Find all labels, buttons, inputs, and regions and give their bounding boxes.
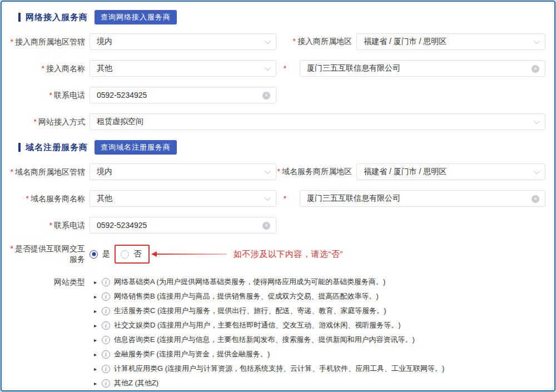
- clear-input-icon[interactable]: ✕: [262, 222, 270, 230]
- domain-provider-custom-name-input[interactable]: [307, 194, 528, 203]
- required-asterisk: *: [49, 221, 52, 230]
- radio-unselected-icon: [121, 250, 129, 259]
- section-header-domain-registrar: 域名注册服务商 查询域名注册服务商: [18, 140, 545, 155]
- domain-phone-input[interactable]: [97, 221, 259, 230]
- info-icon[interactable]: i: [102, 307, 110, 315]
- domain-provider-custom-required: *: [276, 193, 295, 204]
- arrow-line: [157, 254, 227, 255]
- website-type-item-D[interactable]: ▸ i 社交文娱类D (连接用户与用户，主要包括即时通信、交友互动、游戏休闲、视…: [94, 318, 444, 333]
- website-type-item-A[interactable]: ▸ i 网络基础类A (为用户提供网络基础类服务，使得网络应用成为可能的基础类服…: [94, 275, 444, 289]
- row-website-types: 网站类型 ▸ i 网络基础类A (为用户提供网络基础类服务，使得网络应用成为可能…: [3, 275, 545, 390]
- required-asterisk: *: [11, 244, 13, 253]
- no-option-highlight-box: 否: [115, 245, 150, 264]
- domain-region-label: *域名服务商所属地区: [276, 167, 352, 177]
- row-access-jurisdiction-region: *接入商所属地区管辖 境内 *接入商所属地区 福建省 / 厦门市 / 思明区: [3, 33, 545, 50]
- required-asterisk: *: [11, 37, 13, 46]
- interactive-yes-radio[interactable]: 是: [90, 249, 110, 259]
- access-provider-name-select[interactable]: 其他: [90, 60, 276, 77]
- row-access-provider-name: *接入商名称 其他 * ✕: [3, 60, 545, 77]
- website-type-label: 网站类型: [3, 275, 85, 287]
- domain-region-select[interactable]: 福建省 / 厦门市 / 思明区: [356, 163, 545, 180]
- chevron-down-icon: [265, 168, 271, 174]
- access-region-label: *接入商所属地区: [276, 37, 352, 47]
- access-provider-custom-name-input[interactable]: [307, 64, 528, 73]
- access-provider-custom-required: *: [276, 63, 295, 73]
- website-type-item-G[interactable]: ▸ i 计算机应用类G (连接用户与计算资源，包括系统支持、云计算、手机软件、应…: [94, 361, 444, 376]
- section-title-access-provider: 网络接入服务商: [26, 12, 88, 23]
- row-domain-jurisdiction-region: *域名商所属地区管辖 境内 *域名服务商所属地区 福建省 / 厦门市 / 思明区: [3, 163, 545, 180]
- section-header-access-provider: 网络接入服务商 查询网络接入服务商: [18, 10, 545, 24]
- form-container: 网络接入服务商 查询网络接入服务商 *接入商所属地区管辖 境内 *接入商所属地区…: [1, 1, 555, 391]
- website-type-item-B[interactable]: ▸ i 网络销售类B (连接用户与商品，提供销售服务、促成双方交易、提高匹配效率…: [94, 289, 444, 304]
- expand-triangle-icon[interactable]: ▸: [94, 294, 102, 300]
- access-phone-input[interactable]: [97, 91, 259, 100]
- required-asterisk: *: [11, 167, 13, 176]
- domain-provider-name-label: *域名服务商名称: [3, 193, 85, 204]
- interactive-service-label: *是否提供互联网交互服务: [3, 244, 85, 265]
- annotation-text: 如不涉及以下内容，请选“否”: [234, 249, 343, 260]
- icp-filing-form-page: 网络接入服务商 查询网络接入服务商 *接入商所属地区管辖 境内 *接入商所属地区…: [0, 0, 556, 392]
- website-type-item-F[interactable]: ▸ i 金融服务类F (连接用户与资金，提供金融服务。): [94, 347, 444, 361]
- radio-selected-icon: [90, 250, 98, 259]
- required-asterisk: *: [293, 37, 296, 46]
- clear-input-icon[interactable]: ✕: [262, 92, 270, 100]
- access-phone-field: ✕: [90, 87, 276, 103]
- website-type-list: ▸ i 网络基础类A (为用户提供网络基础类服务，使得网络应用成为可能的基础类服…: [94, 275, 444, 390]
- row-access-mode: *网站接入方式 租赁虚拟空间: [3, 113, 545, 130]
- required-asterisk: *: [42, 64, 44, 73]
- access-region-select[interactable]: 福建省 / 厦门市 / 思明区: [356, 33, 545, 50]
- access-mode-select[interactable]: 租赁虚拟空间: [90, 113, 545, 130]
- domain-provider-name-select[interactable]: 其他: [90, 190, 276, 207]
- interactive-no-radio[interactable]: 否: [121, 249, 141, 259]
- website-type-item-E[interactable]: ▸ i 信息咨询类E (连接用户与信息，主要包括新闻发布、搜索服务、提供新闻和用…: [94, 333, 444, 347]
- query-access-provider-button[interactable]: 查询网络接入服务商: [95, 10, 177, 24]
- access-provider-name-label: *接入商名称: [3, 63, 85, 74]
- info-icon[interactable]: i: [102, 321, 110, 330]
- section-title-domain-registrar: 域名注册服务商: [26, 142, 88, 153]
- arrow-head-icon: [151, 251, 157, 257]
- expand-triangle-icon[interactable]: ▸: [94, 322, 102, 329]
- domain-provider-custom-name-field: ✕: [300, 190, 545, 207]
- access-phone-label: *联系电话: [3, 90, 85, 101]
- expand-triangle-icon[interactable]: ▸: [94, 337, 102, 343]
- expand-triangle-icon[interactable]: ▸: [94, 308, 102, 314]
- info-icon[interactable]: i: [102, 350, 110, 359]
- domain-jurisdiction-label: *域名商所属地区管辖: [3, 167, 85, 177]
- chevron-down-icon: [265, 64, 271, 71]
- required-asterisk: *: [277, 167, 280, 176]
- access-jurisdiction-select[interactable]: 境内: [90, 33, 276, 50]
- website-type-item-Z[interactable]: ▸ i 其他Z (其他Z): [94, 376, 444, 390]
- annotation-arrow: [151, 251, 227, 257]
- domain-phone-field: ✕: [90, 217, 276, 234]
- required-asterisk: *: [34, 117, 37, 126]
- expand-triangle-icon[interactable]: ▸: [94, 351, 102, 358]
- expand-triangle-icon[interactable]: ▸: [94, 366, 102, 372]
- info-icon[interactable]: i: [102, 292, 110, 301]
- expand-triangle-icon[interactable]: ▸: [94, 380, 102, 386]
- required-asterisk: *: [284, 64, 286, 73]
- info-icon[interactable]: i: [102, 379, 110, 388]
- row-interactive-service: *是否提供互联网交互服务 是 否 如不涉及以下内容，请选“否”: [3, 244, 545, 265]
- required-asterisk: *: [26, 194, 29, 203]
- info-icon[interactable]: i: [102, 336, 110, 344]
- row-access-phone: *联系电话 ✕: [3, 87, 545, 103]
- section-accent-bar: [18, 143, 21, 152]
- info-icon[interactable]: i: [102, 278, 110, 286]
- info-icon[interactable]: i: [102, 365, 110, 373]
- clear-input-icon[interactable]: ✕: [532, 65, 539, 73]
- chevron-down-icon: [534, 168, 540, 174]
- row-domain-provider-name: *域名服务商名称 其他 * ✕: [3, 190, 545, 207]
- access-jurisdiction-label: *接入商所属地区管辖: [3, 37, 85, 47]
- query-domain-registrar-button[interactable]: 查询域名注册服务商: [95, 140, 177, 155]
- access-mode-label: *网站接入方式: [3, 117, 85, 127]
- access-provider-custom-name-field: ✕: [300, 60, 545, 77]
- domain-jurisdiction-select[interactable]: 境内: [90, 163, 276, 180]
- row-domain-phone: *联系电话 ✕: [3, 217, 545, 234]
- expand-triangle-icon[interactable]: ▸: [94, 279, 102, 285]
- chevron-down-icon: [265, 195, 271, 201]
- section-accent-bar: [18, 13, 21, 22]
- website-type-item-C[interactable]: ▸ i 生活服务类C (连接用户与服务，提供出行、旅行、配送、寄递、教育、家庭等…: [94, 304, 444, 318]
- domain-phone-label: *联系电话: [3, 220, 85, 231]
- required-asterisk: *: [284, 194, 286, 203]
- clear-input-icon[interactable]: ✕: [532, 195, 539, 203]
